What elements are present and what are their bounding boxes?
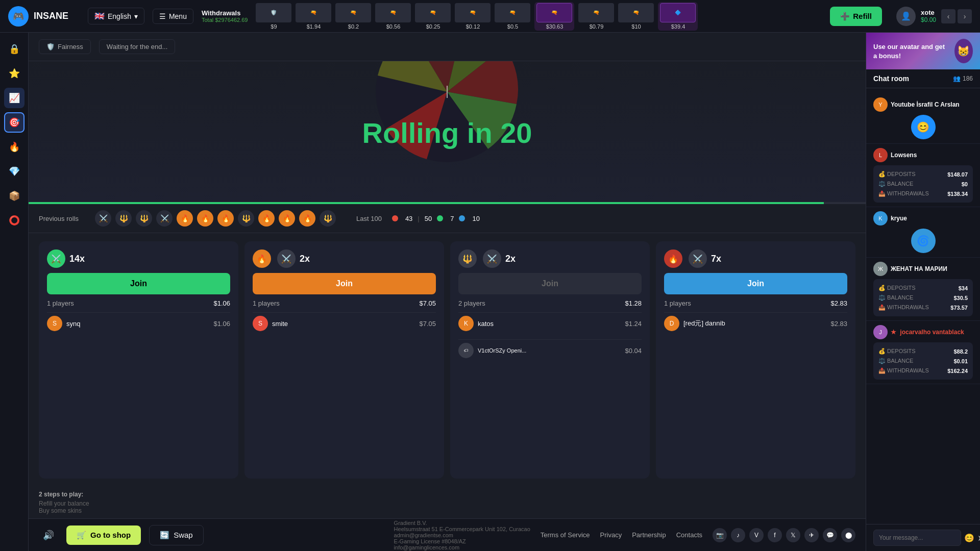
player-amount: $1.06 [213, 320, 230, 328]
skin-item[interactable]: 🔫 $0.5 [495, 3, 530, 30]
last100-stats: 43 | 50 7 10 [392, 215, 480, 222]
social-icon-vk[interactable]: V [749, 528, 764, 542]
avatar-banner[interactable]: Use our avatar and get a bonus! 😸 [866, 33, 980, 69]
social-icon-other[interactable]: ⬤ [841, 528, 855, 542]
previous-rolls-label: Previous rolls [39, 215, 85, 222]
chat-input[interactable] [873, 530, 961, 546]
social-icon-tiktok[interactable]: ♪ [731, 528, 745, 542]
game-topbar: 🛡️ Fairness Waiting for the end... [29, 33, 866, 61]
join-button-blue[interactable]: Join [664, 273, 847, 294]
skin-item[interactable]: 🔫 $0.12 [455, 3, 491, 30]
stat-value: $34 [959, 285, 968, 291]
sidebar-icon-package[interactable]: 📦 [4, 186, 24, 206]
social-icon-telegram[interactable]: ✈ [804, 528, 819, 542]
language-button[interactable]: 🇬🇧 English ▾ [88, 8, 144, 24]
skin-item[interactable]: 🔫 $0.79 [578, 3, 614, 30]
sidebar-icon-target[interactable]: 🎯 [4, 112, 24, 133]
withdrawals-info: Withdrawals Total $2976462.69 [202, 9, 248, 23]
footer-link-tos[interactable]: Terms of Service [541, 531, 590, 539]
player-avatar: K [458, 316, 474, 331]
menu-button[interactable]: ☰ Menu [153, 9, 193, 24]
join-button-dark[interactable]: Join [458, 273, 642, 294]
stat-label: 💰 DEPOSITS [878, 171, 916, 178]
swap-button[interactable]: 🔄 Swap [149, 525, 204, 545]
footer-links: Gradient B.V. Heelsumstraat 51 E-Commerc… [394, 520, 855, 550]
fairness-button[interactable]: 🛡️ Fairness [39, 39, 91, 54]
total-amount: $1.28 [625, 299, 642, 307]
sidebar-icon-circle[interactable]: ⭕ [4, 210, 24, 231]
skin-price: $9 [271, 23, 277, 30]
join-button-green[interactable]: Join [47, 273, 230, 294]
chat-username: ★ jocarvalho vantablack [891, 329, 964, 336]
skin-item[interactable]: 🔫 $1.94 [296, 3, 331, 30]
bet-player: S smite $7.05 [253, 312, 436, 334]
user-area: 👤 xote $0.00 ‹ › [896, 7, 972, 26]
emoji-button[interactable]: 😊 [964, 533, 974, 543]
stat-value: $0 [962, 181, 968, 187]
chat-message: J ★ jocarvalho vantablack 💰 DEPOSITS $88… [866, 321, 980, 384]
bet-circle-grey: ⚔️ [689, 249, 707, 268]
footer-link-privacy[interactable]: Privacy [600, 531, 622, 539]
chat-message: Y Youtube İsrafil C Arslan 😊 [866, 93, 980, 144]
shop-button[interactable]: 🛒 Go to shop [66, 525, 141, 545]
bet-panel-grey: 🔱 ⚔️ 2x Join 2 players $1.28 K katos $1.… [450, 241, 650, 479]
chat-avatar: Ж [873, 262, 888, 276]
player-name: V1ctOrSZy Openi... [478, 347, 621, 354]
refill-label: Refill [853, 12, 872, 20]
swap-icon: 🔄 [160, 531, 169, 540]
sidebar-icon-gem[interactable]: 💎 [4, 161, 24, 182]
skin-item[interactable]: 🔫 $10 [618, 3, 654, 30]
bet-panel-header: ⚔️ 14x [47, 249, 230, 268]
chat-stat-row: ⚖️ BALANCE $0 [878, 179, 968, 189]
left-sidebar: 🔒 ⭐ 📈 🎯 🔥 💎 📦 ⭕ [0, 33, 29, 551]
sidebar-icon-star[interactable]: ⭐ [4, 63, 24, 84]
stat-label: 📤 WITHDRAWALS [878, 190, 929, 197]
bet-circle-grey2: ⚔️ [483, 249, 501, 268]
previous-rolls: Previous rolls ⚔️ 🔱 🔱 ⚔️ 🔥 🔥 🔥 🔱 🔥 🔥 🔥 🔱… [29, 204, 866, 233]
stat-value: $0.01 [953, 358, 968, 364]
nav-arrow-left[interactable]: ‹ [941, 9, 955, 23]
chat-messages[interactable]: Y Youtube İsrafil C Arslan 😊 L Lowsens 💰… [866, 88, 980, 524]
rolling-text: Rolling in 20 [362, 116, 532, 149]
social-icon-facebook[interactable]: f [768, 528, 782, 542]
company-email: admin@gradientse.com [394, 532, 530, 538]
player-name: katos [478, 320, 621, 328]
skin-item[interactable]: 🔫 $0.2 [335, 3, 371, 30]
sidebar-icon-chart[interactable]: 📈 [4, 88, 24, 108]
footer-link-contacts[interactable]: Contacts [676, 531, 702, 539]
skin-item-highlighted[interactable]: 🔷 $39.4 [658, 2, 698, 31]
green-count: 7 [450, 215, 454, 222]
player-avatar: S [47, 316, 62, 331]
skin-price: $0.25 [426, 23, 440, 30]
social-icon-discord[interactable]: 💬 [823, 528, 837, 542]
avatar-banner-text: Use our avatar and get a bonus! [873, 42, 949, 60]
social-icon-instagram[interactable]: 📷 [713, 528, 727, 542]
skin-item[interactable]: 🔫 $0.56 [375, 3, 411, 30]
skin-item[interactable]: 🛡️ $9 [256, 3, 291, 30]
player-name: synq [66, 320, 209, 328]
bet-stats: 1 players $7.05 [253, 299, 436, 307]
chat-stat-row: ⚖️ BALANCE $30.5 [878, 293, 968, 303]
chat-avatar-large: 🌀 [911, 229, 936, 253]
bet-player: S synq $1.06 [47, 312, 230, 334]
skin-price: $0.79 [590, 23, 604, 30]
social-icon-twitter[interactable]: 𝕏 [786, 528, 800, 542]
skin-item-highlighted[interactable]: 🔫 $30.63 [534, 2, 574, 31]
star-icon: ★ [891, 329, 896, 336]
bet-panel-header: 🔥 ⚔️ 2x [253, 249, 436, 268]
right-panel: Use our avatar and get a bonus! 😸 Chat r… [866, 33, 980, 551]
sound-button[interactable]: 🔊 [39, 525, 58, 545]
withdrawals-title: Withdrawals [202, 9, 248, 17]
roll-icon: 🔱 [115, 210, 132, 227]
skin-item[interactable]: 🔫 $0.25 [415, 3, 451, 30]
join-button-orange[interactable]: Join [253, 273, 436, 294]
footer-link-partnership[interactable]: Partnership [632, 531, 666, 539]
sidebar-icon-lock[interactable]: 🔒 [4, 39, 24, 59]
nav-arrow-right[interactable]: › [958, 9, 972, 23]
send-button[interactable]: ➤ [977, 533, 980, 543]
sidebar-icon-fire[interactable]: 🔥 [4, 137, 24, 157]
refill-button[interactable]: ➕ Refill [830, 7, 882, 26]
stat-value: $73.57 [950, 305, 968, 311]
bet-circle-green: ⚔️ [47, 249, 65, 268]
chat-header: Chat room 👥 186 [866, 69, 980, 88]
